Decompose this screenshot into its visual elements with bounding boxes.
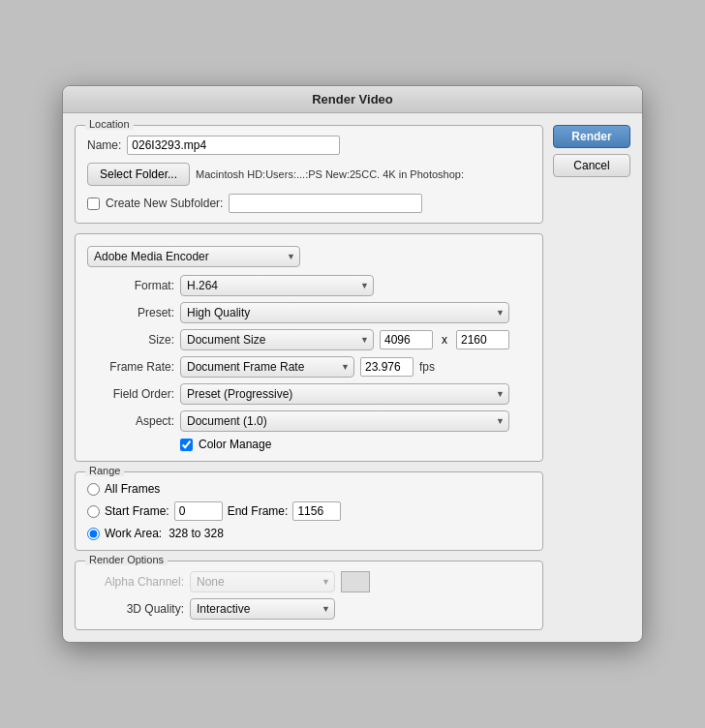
format-select-wrapper: H.264 ▼: [180, 275, 374, 296]
size-width-input[interactable]: [380, 330, 433, 349]
aspect-row: Aspect: Document (1.0) ▼: [87, 410, 531, 432]
end-frame-input[interactable]: [292, 501, 341, 521]
quality-row: 3D Quality: Interactive ▼: [87, 598, 531, 620]
size-select[interactable]: Document Size: [180, 329, 374, 350]
quality-select-wrapper: Interactive ▼: [190, 598, 335, 620]
create-subfolder-checkbox[interactable]: [87, 197, 100, 210]
start-frame-label: Start Frame:: [105, 504, 169, 518]
aspect-select[interactable]: Document (1.0): [180, 410, 509, 432]
render-options-label: Render Options: [85, 554, 168, 565]
subfolder-row: Create New Subfolder:: [87, 194, 531, 213]
alpha-channel-row: Alpha Channel: None ▼: [87, 571, 531, 592]
size-label: Size:: [87, 333, 174, 347]
start-end-frame-row: Start Frame: End Frame:: [87, 501, 531, 521]
color-manage-row: Color Manage: [180, 438, 531, 451]
framerate-select[interactable]: Document Frame Rate: [180, 356, 354, 378]
preset-row: Preset: High Quality ▼: [87, 302, 531, 323]
framerate-label: Frame Rate:: [87, 360, 174, 374]
name-label: Name:: [87, 138, 121, 152]
encoder-section: Adobe Media Encoder ▼ Format: H.264 ▼: [75, 233, 543, 462]
range-section: Range All Frames Start Frame: End Frame:…: [75, 471, 543, 551]
start-frame-radio[interactable]: [87, 505, 100, 518]
color-manage-checkbox[interactable]: [180, 439, 193, 451]
framerate-row: Frame Rate: Document Frame Rate ▼ fps: [87, 356, 531, 378]
start-frame-input[interactable]: [174, 501, 223, 521]
size-row: Size: Document Size ▼ x: [87, 329, 531, 350]
size-x-label: x: [442, 333, 447, 347]
fieldorder-label: Field Order:: [87, 387, 174, 401]
subfolder-input[interactable]: [229, 194, 422, 213]
format-label: Format:: [87, 279, 174, 292]
render-video-dialog: Render Video Location Name: Select Folde…: [62, 85, 643, 643]
encoder-select-wrapper: Adobe Media Encoder ▼: [87, 246, 300, 267]
aspect-select-wrapper: Document (1.0) ▼: [180, 410, 509, 432]
folder-path: Macintosh HD:Users:...:PS New:25CC. 4K i…: [196, 168, 464, 180]
folder-row: Select Folder... Macintosh HD:Users:...:…: [87, 163, 531, 186]
work-area-row: Work Area: 328 to 328: [87, 527, 531, 540]
quality-label: 3D Quality:: [87, 602, 184, 616]
alpha-color-swatch: [341, 571, 370, 592]
color-manage-label: Color Manage: [199, 438, 271, 451]
main-content: Location Name: Select Folder... Macintos…: [75, 125, 543, 630]
framerate-select-wrapper: Document Frame Rate ▼: [180, 356, 354, 378]
fps-label: fps: [419, 360, 435, 374]
range-label: Range: [85, 465, 124, 476]
size-select-wrapper: Document Size ▼: [180, 329, 374, 350]
subfolder-label: Create New Subfolder:: [106, 197, 223, 210]
name-input[interactable]: [127, 136, 340, 155]
dialog-title: Render Video: [63, 86, 642, 113]
format-row: Format: H.264 ▼: [87, 275, 531, 296]
all-frames-row: All Frames: [87, 482, 531, 496]
location-section: Location Name: Select Folder... Macintos…: [75, 125, 543, 224]
alpha-channel-select[interactable]: None: [190, 571, 335, 592]
format-select[interactable]: H.264: [180, 275, 374, 296]
encoder-select[interactable]: Adobe Media Encoder: [87, 246, 300, 267]
work-area-label: Work Area:: [105, 527, 162, 540]
select-folder-button[interactable]: Select Folder...: [87, 163, 190, 186]
end-frame-label: End Frame:: [228, 504, 289, 518]
cancel-button[interactable]: Cancel: [553, 154, 630, 177]
fieldorder-select[interactable]: Preset (Progressive): [180, 383, 509, 405]
all-frames-label: All Frames: [105, 482, 160, 496]
name-row: Name:: [87, 136, 531, 155]
fieldorder-select-wrapper: Preset (Progressive) ▼: [180, 383, 509, 405]
preset-select[interactable]: High Quality: [180, 302, 509, 323]
size-height-input[interactable]: [456, 330, 509, 349]
all-frames-radio[interactable]: [87, 483, 100, 496]
fieldorder-row: Field Order: Preset (Progressive) ▼: [87, 383, 531, 405]
framerate-value-input[interactable]: [360, 357, 414, 377]
work-area-radio[interactable]: [87, 528, 100, 540]
encoder-row: Adobe Media Encoder ▼: [87, 246, 531, 267]
work-area-value: 328 to 328: [169, 527, 224, 540]
render-options-section: Render Options Alpha Channel: None ▼ 3D …: [75, 561, 543, 630]
location-label: Location: [85, 118, 134, 130]
alpha-channel-select-wrapper: None ▼: [190, 571, 335, 592]
aspect-label: Aspect:: [87, 414, 174, 428]
quality-select[interactable]: Interactive: [190, 598, 335, 620]
preset-select-wrapper: High Quality ▼: [180, 302, 509, 323]
render-button[interactable]: Render: [553, 125, 630, 148]
right-buttons: Render Cancel: [553, 125, 630, 630]
preset-label: Preset:: [87, 306, 174, 319]
alpha-channel-label: Alpha Channel:: [87, 575, 184, 589]
